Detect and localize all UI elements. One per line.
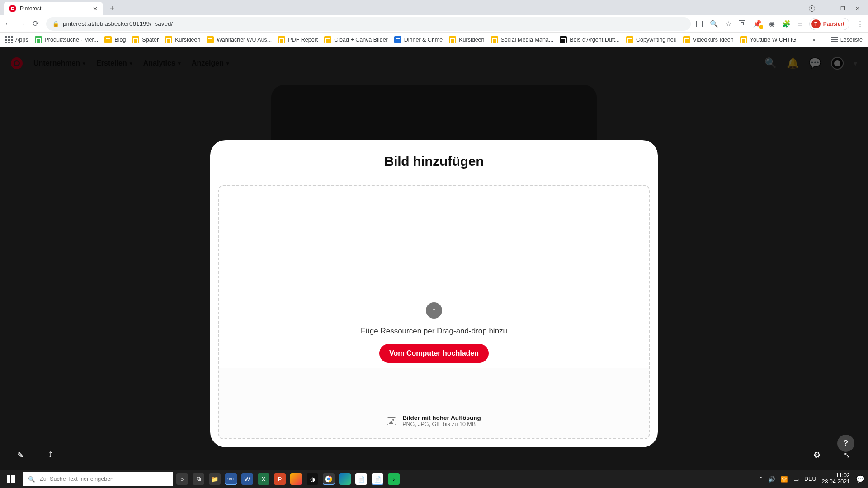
- task-view-icon[interactable]: ⧉: [193, 473, 204, 485]
- bookmark-icon: [324, 36, 331, 43]
- hint-subtitle: PNG, JPG, GIF bis zu 10 MB: [402, 421, 481, 427]
- file-explorer-icon[interactable]: 📁: [209, 473, 221, 485]
- bookmark-item[interactable]: Kursideen: [165, 36, 200, 43]
- help-button[interactable]: ?: [837, 435, 854, 452]
- bookmark-item[interactable]: Youtube WICHTIG: [740, 36, 797, 43]
- apps-shortcut[interactable]: Apps: [5, 36, 28, 43]
- start-button[interactable]: [0, 470, 22, 488]
- browser-tab-bar: Pinterest ✕ + — ❐ ✕: [0, 0, 868, 15]
- install-app-icon[interactable]: [696, 21, 703, 27]
- browser-menu-icon[interactable]: ⋮: [857, 20, 863, 28]
- bookmark-item[interactable]: Videokurs Ideen: [683, 36, 734, 43]
- new-tab-button[interactable]: +: [106, 2, 118, 14]
- bookmark-icon: [560, 36, 567, 43]
- upload-arrow-icon: ↑: [426, 302, 442, 319]
- cortana-icon[interactable]: ○: [176, 473, 188, 485]
- spotify-icon[interactable]: ♪: [388, 473, 400, 485]
- bookmark-item[interactable]: Copywriting neu: [626, 36, 677, 43]
- dropzone-text: Füge Ressourcen per Drag-and-drop hinzu: [361, 327, 507, 336]
- add-image-modal: Bild hinzufügen ↑ Füge Ressourcen per Dr…: [210, 140, 658, 447]
- incognito-icon: [809, 5, 815, 12]
- apps-label: Apps: [15, 37, 28, 43]
- edge-icon[interactable]: [339, 473, 351, 485]
- extension-circle-icon[interactable]: ◉: [769, 20, 775, 28]
- bookmark-item[interactable]: Blog: [104, 36, 126, 43]
- obs-icon[interactable]: ◑: [307, 473, 318, 485]
- tray-language[interactable]: DEU: [804, 476, 816, 482]
- reading-list-button[interactable]: Leseliste: [831, 37, 863, 43]
- nav-back-icon[interactable]: ←: [5, 19, 12, 28]
- page-content: Unternehmen▾ Erstellen▾ Analytics▾ Anzei…: [0, 47, 868, 470]
- window-minimize-icon[interactable]: —: [825, 5, 830, 12]
- page-action-left: ✎ ⤴: [12, 446, 59, 464]
- notepad2-icon[interactable]: 📄: [372, 473, 383, 485]
- powerpoint-icon[interactable]: P: [274, 473, 286, 485]
- profile-chip[interactable]: T Pausiert: [809, 18, 849, 30]
- search-icon: 🔍: [28, 476, 35, 483]
- reading-list-icon[interactable]: ≡: [798, 20, 802, 28]
- bookmark-item[interactable]: PDF Report: [278, 36, 318, 43]
- notepad-icon[interactable]: 📄: [355, 473, 367, 485]
- upload-hint: Bilder mit hoher Auflösung PNG, JPG, GIF…: [219, 414, 649, 427]
- edit-icon[interactable]: ✎: [12, 446, 29, 464]
- word-icon[interactable]: W: [241, 473, 253, 485]
- bookmark-icon: [207, 36, 214, 43]
- zoom-icon[interactable]: 🔍: [710, 20, 718, 28]
- taskbar-search[interactable]: 🔍 Zur Suche Text hier eingeben: [23, 472, 173, 486]
- browser-address-bar: ← → ⟳ 🔒 pinterest.at/tobiasbecker061199/…: [0, 15, 868, 33]
- bookmarks-overflow[interactable]: »: [812, 37, 816, 43]
- window-maximize-icon[interactable]: ❐: [840, 5, 845, 12]
- chrome-icon[interactable]: [323, 473, 335, 485]
- taskbar-clock[interactable]: 11:02 28.04.2021: [821, 473, 850, 485]
- extensions-icon[interactable]: 🧩: [782, 20, 791, 28]
- bookmark-item[interactable]: Kursideen: [449, 36, 484, 43]
- bookmark-icon: [132, 36, 139, 43]
- share-icon[interactable]: ⤴: [42, 446, 59, 464]
- modal-title: Bild hinzufügen: [218, 154, 650, 169]
- url-field[interactable]: 🔒 pinterest.at/tobiasbecker061199/_saved…: [46, 17, 691, 31]
- profile-avatar-icon: T: [811, 19, 821, 28]
- profile-status: Pausiert: [823, 21, 844, 27]
- reader-icon[interactable]: [739, 20, 745, 27]
- bookmark-item[interactable]: Bois d'Argent Duft...: [560, 36, 620, 43]
- tray-battery-icon[interactable]: ▭: [793, 476, 799, 483]
- bookmark-icon: [683, 36, 690, 43]
- tab-close-icon[interactable]: ✕: [93, 5, 98, 12]
- bookmark-icon: [104, 36, 112, 43]
- bookmark-icon: [278, 36, 285, 43]
- bookmark-item[interactable]: Dinner & Crime: [394, 36, 443, 43]
- browser-tab-active[interactable]: Pinterest ✕: [4, 2, 103, 15]
- search-placeholder: Zur Suche Text hier eingeben: [40, 476, 113, 482]
- tray-volume-icon[interactable]: 🔊: [768, 476, 775, 483]
- window-close-icon[interactable]: ✕: [855, 5, 860, 12]
- bookmark-item[interactable]: Social Media Mana...: [491, 36, 554, 43]
- mail-icon[interactable]: 99+: [225, 473, 237, 485]
- list-icon: [831, 37, 838, 43]
- bookmark-item[interactable]: Später: [132, 36, 159, 43]
- bookmark-item[interactable]: Cload + Canva Bilder: [324, 36, 387, 43]
- pinterest-favicon-icon: [9, 5, 16, 12]
- tab-title: Pinterest: [20, 5, 41, 12]
- nav-reload-icon[interactable]: ⟳: [33, 19, 39, 28]
- tray-network-icon[interactable]: 🛜: [781, 476, 788, 483]
- upload-dropzone[interactable]: ↑ Füge Ressourcen per Drag-and-drop hinz…: [218, 185, 650, 439]
- windows-taskbar: 🔍 Zur Suche Text hier eingeben ○ ⧉ 📁 99+…: [0, 470, 868, 488]
- bookmark-star-icon[interactable]: ☆: [726, 20, 731, 28]
- bookmark-item[interactable]: Wahlfächer WU Aus...: [207, 36, 272, 43]
- action-center-icon[interactable]: 💬: [855, 472, 865, 486]
- tray-chevron-icon[interactable]: ˄: [760, 476, 763, 483]
- app-icon[interactable]: [290, 473, 302, 485]
- excel-icon[interactable]: X: [258, 473, 269, 485]
- window-controls: — ❐ ✕: [801, 2, 868, 15]
- extension-pin-icon[interactable]: 📌: [753, 19, 762, 28]
- bookmarks-bar: Apps Produktsuche - Mer... Blog Später K…: [0, 33, 868, 47]
- filter-icon[interactable]: ⚙: [808, 446, 826, 464]
- clock-date: 28.04.2021: [821, 479, 850, 485]
- bookmark-icon: [449, 36, 456, 43]
- image-icon: [387, 417, 396, 425]
- bookmark-icon: [491, 36, 498, 43]
- bookmark-item[interactable]: Produktsuche - Mer...: [35, 36, 99, 43]
- nav-forward-icon: →: [19, 19, 26, 28]
- upload-from-computer-button[interactable]: Vom Computer hochladen: [379, 344, 489, 363]
- hint-title: Bilder mit hoher Auflösung: [402, 414, 481, 421]
